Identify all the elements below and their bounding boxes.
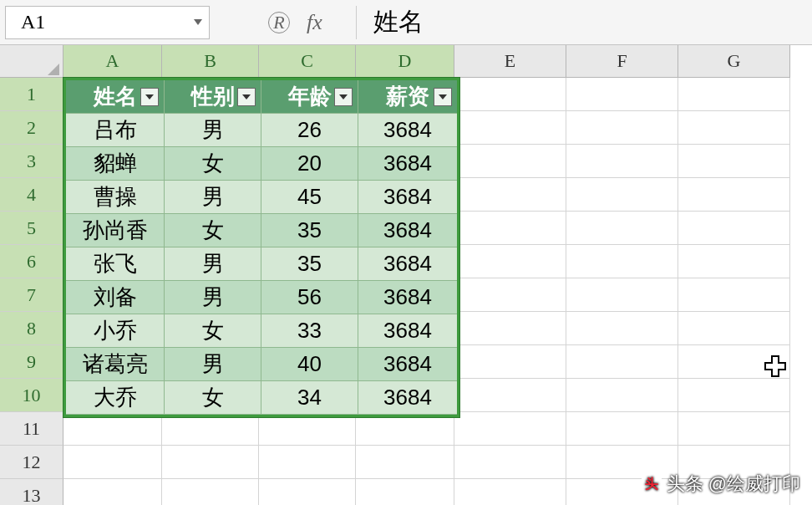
table-cell[interactable]: 女 [165, 381, 261, 415]
cell[interactable] [162, 412, 259, 446]
table-cell[interactable]: 26 [261, 114, 358, 147]
table-cell[interactable]: 3684 [358, 381, 457, 415]
cell[interactable] [454, 111, 566, 145]
cell[interactable] [566, 178, 678, 212]
table-cell[interactable]: 3684 [358, 214, 457, 247]
filter-dropdown-icon[interactable] [334, 88, 353, 106]
table-cell[interactable]: 3684 [358, 114, 457, 147]
row-header-5[interactable]: 5 [0, 212, 63, 245]
column-header-G[interactable]: G [678, 45, 790, 78]
cell[interactable] [566, 412, 678, 446]
table-cell[interactable]: 33 [261, 314, 358, 348]
row-header-4[interactable]: 4 [0, 178, 63, 212]
filter-dropdown-icon[interactable] [140, 88, 159, 106]
table-cell[interactable]: 40 [261, 348, 358, 381]
cell[interactable] [454, 446, 566, 479]
column-header-F[interactable]: F [566, 45, 678, 78]
table-cell[interactable]: 吕布 [66, 114, 165, 147]
table-cell[interactable]: 曹操 [66, 181, 165, 214]
cell[interactable] [63, 412, 162, 446]
table-cell[interactable]: 男 [165, 114, 261, 147]
cell[interactable] [566, 111, 678, 145]
table-cell[interactable]: 诸葛亮 [66, 348, 165, 381]
row-header-6[interactable]: 6 [0, 245, 63, 278]
cell[interactable] [259, 446, 356, 479]
table-cell[interactable]: 男 [165, 281, 261, 314]
cell[interactable] [454, 78, 566, 111]
cell[interactable] [259, 412, 356, 446]
cell[interactable] [356, 412, 454, 446]
column-header-B[interactable]: B [162, 45, 259, 78]
cell[interactable] [678, 412, 790, 446]
cell[interactable] [454, 345, 566, 379]
cell[interactable] [454, 245, 566, 278]
cell[interactable] [259, 479, 356, 505]
row-header-7[interactable]: 7 [0, 278, 63, 312]
column-header-D[interactable]: D [356, 45, 454, 78]
table-cell[interactable]: 孙尚香 [66, 214, 165, 247]
row-header-2[interactable]: 2 [0, 111, 63, 145]
cell[interactable] [678, 78, 790, 111]
table-cell[interactable]: 35 [261, 214, 358, 247]
cell[interactable] [162, 446, 259, 479]
column-header-E[interactable]: E [454, 45, 566, 78]
cell[interactable] [454, 312, 566, 345]
formula-input[interactable]: 姓名 [356, 6, 424, 39]
cell[interactable] [566, 278, 678, 312]
cell[interactable] [454, 479, 566, 505]
cell[interactable] [678, 145, 790, 178]
table-cell[interactable]: 女 [165, 314, 261, 348]
row-header-3[interactable]: 3 [0, 145, 63, 178]
cell[interactable] [678, 178, 790, 212]
cell[interactable] [356, 446, 454, 479]
table-header-cell[interactable]: 姓名 [66, 80, 165, 114]
table-header-cell[interactable]: 薪资 [358, 80, 457, 114]
row-header-8[interactable]: 8 [0, 312, 63, 345]
fx-icon[interactable]: fx [307, 10, 322, 35]
row-header-12[interactable]: 12 [0, 446, 63, 479]
row-header-1[interactable]: 1 [0, 78, 63, 111]
r-circle-icon[interactable]: R [268, 12, 290, 33]
cell[interactable] [678, 312, 790, 345]
table-cell[interactable]: 男 [165, 348, 261, 381]
table-cell[interactable]: 女 [165, 214, 261, 247]
table-cell[interactable]: 35 [261, 247, 358, 281]
cell[interactable] [356, 479, 454, 505]
cell[interactable] [678, 212, 790, 245]
cell[interactable] [678, 278, 790, 312]
cell[interactable] [566, 78, 678, 111]
table-cell[interactable]: 刘备 [66, 281, 165, 314]
filter-dropdown-icon[interactable] [434, 88, 452, 106]
cell[interactable] [454, 145, 566, 178]
cell[interactable] [454, 379, 566, 412]
cell[interactable] [566, 145, 678, 178]
cell[interactable] [454, 178, 566, 212]
table-cell[interactable]: 男 [165, 247, 261, 281]
select-all-corner[interactable] [0, 45, 63, 78]
row-header-9[interactable]: 9 [0, 345, 63, 379]
cell[interactable] [566, 312, 678, 345]
row-header-10[interactable]: 10 [0, 379, 63, 412]
table-cell[interactable]: 20 [261, 147, 358, 181]
table-cell[interactable]: 3684 [358, 281, 457, 314]
table-cell[interactable]: 小乔 [66, 314, 165, 348]
table-cell[interactable]: 45 [261, 181, 358, 214]
table-cell[interactable]: 大乔 [66, 381, 165, 415]
table-cell[interactable]: 3684 [358, 247, 457, 281]
cell[interactable] [454, 212, 566, 245]
cell[interactable] [566, 345, 678, 379]
name-box-dropdown-icon[interactable] [194, 19, 202, 25]
table-header-cell[interactable]: 性别 [165, 80, 261, 114]
cell[interactable] [678, 379, 790, 412]
table-header-cell[interactable]: 年龄 [261, 80, 358, 114]
table-cell[interactable]: 3684 [358, 348, 457, 381]
table-cell[interactable]: 貂蝉 [66, 147, 165, 181]
column-header-A[interactable]: A [63, 45, 162, 78]
cell[interactable] [566, 245, 678, 278]
cell[interactable] [678, 245, 790, 278]
table-cell[interactable]: 张飞 [66, 247, 165, 281]
cell[interactable] [63, 479, 162, 505]
table-cell[interactable]: 3684 [358, 181, 457, 214]
row-header-11[interactable]: 11 [0, 412, 63, 446]
table-cell[interactable]: 3684 [358, 314, 457, 348]
